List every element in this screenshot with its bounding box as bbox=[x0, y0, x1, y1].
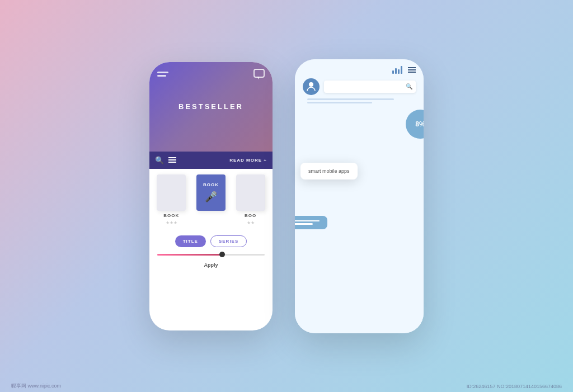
books-section: BOOK ★★★ BOOK 🎤 BOO ★★ bbox=[149, 169, 273, 231]
right-top-bar bbox=[303, 66, 416, 74]
filter-buttons: TITLE SERIES bbox=[149, 231, 273, 252]
nav-search-icon[interactable]: 🔍 bbox=[155, 156, 164, 164]
book-cover-2: BOOK 🎤 bbox=[196, 174, 226, 211]
watermark: 昵享网 www.nipic.com ID:26246157 NO:2018071… bbox=[0, 380, 573, 392]
book-card-1: BOOK ★★★ bbox=[154, 174, 189, 225]
chat-line-2 bbox=[295, 223, 313, 225]
left-top-icons bbox=[149, 69, 273, 80]
book-stars-1: ★★★ bbox=[166, 220, 177, 225]
chat-icon bbox=[253, 69, 265, 78]
read-more-button[interactable]: READ MORE + bbox=[229, 158, 267, 163]
book-label-3: BOO bbox=[245, 213, 256, 218]
left-phone: BESTSELLER 🔍 READ MORE + BOOK ★★★ BOOK bbox=[149, 62, 273, 330]
right-phone-header: 🔍 bbox=[295, 59, 424, 333]
tooltip-text: smart mobile apps bbox=[308, 168, 350, 174]
search-icon: 🔍 bbox=[406, 83, 412, 89]
info-line-1 bbox=[307, 98, 394, 100]
smart-apps-tooltip: smart mobile apps bbox=[300, 163, 358, 180]
svg-point-0 bbox=[309, 82, 313, 87]
user-info-lines bbox=[303, 98, 416, 103]
left-phone-header: BESTSELLER bbox=[149, 62, 273, 152]
book-label-active: BOOK bbox=[203, 182, 219, 187]
watermark-left: 昵享网 www.nipic.com bbox=[11, 382, 61, 390]
left-nav-bar: 🔍 READ MORE + bbox=[149, 152, 273, 169]
book-cover-1 bbox=[157, 174, 186, 211]
info-line-2 bbox=[307, 102, 372, 103]
book-label-1: BOOK bbox=[163, 213, 179, 218]
slider-track[interactable] bbox=[157, 254, 265, 256]
book-cover-3 bbox=[236, 174, 265, 211]
slider-fill bbox=[157, 254, 222, 256]
apply-label[interactable]: Apply bbox=[149, 258, 273, 272]
search-row: 🔍 bbox=[303, 78, 416, 95]
chat-bubble-float bbox=[295, 216, 327, 229]
main-container: BESTSELLER 🔍 READ MORE + BOOK ★★★ BOOK bbox=[149, 59, 424, 333]
mic-icon: 🎤 bbox=[205, 191, 217, 203]
hamburger-icon[interactable] bbox=[408, 67, 416, 73]
book-card-3: BOO ★★ bbox=[233, 174, 268, 225]
book-stars-3: ★★ bbox=[247, 220, 255, 225]
slider-thumb[interactable] bbox=[219, 252, 225, 257]
layers-icon bbox=[157, 69, 168, 80]
right-phone: 8% bbox=[295, 59, 424, 333]
user-avatar bbox=[303, 78, 320, 95]
bar-chart-icon bbox=[392, 66, 402, 74]
book-card-2: BOOK 🎤 bbox=[194, 174, 229, 211]
series-button[interactable]: SERIES bbox=[210, 235, 247, 247]
bestseller-title: BESTSELLER bbox=[179, 102, 243, 111]
title-button[interactable]: TITLE bbox=[175, 235, 206, 247]
watermark-right: ID:26246157 NO:20180714140156674086 bbox=[467, 384, 562, 389]
slider-section bbox=[149, 252, 273, 258]
search-bar[interactable]: 🔍 bbox=[324, 81, 416, 93]
nav-menu-icon[interactable] bbox=[168, 157, 176, 163]
chat-line-1 bbox=[295, 220, 320, 222]
